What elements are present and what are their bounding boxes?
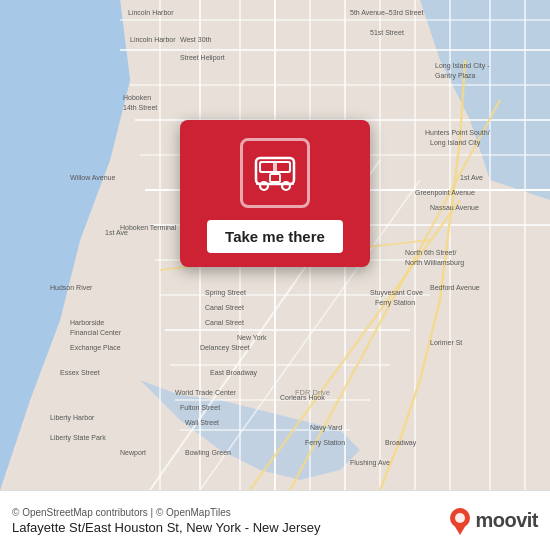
svg-text:Gantry Plaza: Gantry Plaza xyxy=(435,72,476,80)
svg-text:Hunters Point South/: Hunters Point South/ xyxy=(425,129,490,136)
svg-text:Exchange Place: Exchange Place xyxy=(70,344,121,352)
svg-text:Canal Street: Canal Street xyxy=(205,304,244,311)
svg-text:Hudson River: Hudson River xyxy=(50,284,93,291)
svg-text:West 30th: West 30th xyxy=(180,36,211,43)
bus-icon xyxy=(250,148,300,198)
svg-marker-92 xyxy=(454,525,466,535)
svg-text:North 6th Street/: North 6th Street/ xyxy=(405,249,456,256)
svg-text:Newport: Newport xyxy=(120,449,146,457)
svg-text:FDR Drive: FDR Drive xyxy=(295,388,330,397)
svg-text:Wall Street: Wall Street xyxy=(185,419,219,426)
svg-text:Navy Yard: Navy Yard xyxy=(310,424,342,432)
svg-text:Lorimer St: Lorimer St xyxy=(430,339,462,346)
svg-text:New York: New York xyxy=(237,334,267,341)
svg-text:Liberty State Park: Liberty State Park xyxy=(50,434,106,442)
svg-text:Ferry Station: Ferry Station xyxy=(375,299,415,307)
svg-text:World Trade Center: World Trade Center xyxy=(175,389,237,396)
moovit-pin-icon xyxy=(449,507,471,535)
svg-text:Greenpoint Avenue: Greenpoint Avenue xyxy=(415,189,475,197)
svg-text:Lincoln Harbor: Lincoln Harbor xyxy=(128,9,174,16)
bus-icon-wrapper xyxy=(240,138,310,208)
map-area: Lincoln Harbor Lincoln Harbor West 30th … xyxy=(0,0,550,490)
take-me-there-button[interactable]: Take me there xyxy=(207,220,343,253)
svg-text:Spring Street: Spring Street xyxy=(205,289,246,297)
action-card: Take me there xyxy=(180,120,370,267)
svg-rect-87 xyxy=(270,174,280,182)
svg-text:51st Street: 51st Street xyxy=(370,29,404,36)
svg-text:Flushing Ave: Flushing Ave xyxy=(350,459,390,467)
svg-text:14th Street: 14th Street xyxy=(123,104,157,111)
footer-left: © OpenStreetMap contributors | © OpenMap… xyxy=(12,507,321,535)
svg-rect-84 xyxy=(260,162,290,172)
svg-text:North Williamsburg: North Williamsburg xyxy=(405,259,464,267)
svg-text:5th Avenue–53rd Street: 5th Avenue–53rd Street xyxy=(350,9,423,16)
svg-text:Broadway: Broadway xyxy=(385,439,417,447)
svg-text:Harborside: Harborside xyxy=(70,319,104,326)
footer: © OpenStreetMap contributors | © OpenMap… xyxy=(0,490,550,550)
moovit-logo: moovit xyxy=(449,507,538,535)
location-text: Lafayette St/East Houston St, New York -… xyxy=(12,520,321,535)
svg-text:Street Heliport: Street Heliport xyxy=(180,54,225,62)
svg-text:Long Island City -: Long Island City - xyxy=(435,62,490,70)
svg-text:Hoboken: Hoboken xyxy=(123,94,151,101)
svg-text:Ferry Station: Ferry Station xyxy=(305,439,345,447)
svg-text:East Broadway: East Broadway xyxy=(210,369,258,377)
svg-text:Long Island City: Long Island City xyxy=(430,139,481,147)
svg-rect-85 xyxy=(260,162,274,172)
svg-text:Essex Street: Essex Street xyxy=(60,369,100,376)
svg-text:1st Ave: 1st Ave xyxy=(105,229,128,236)
app-container: Lincoln Harbor Lincoln Harbor West 30th … xyxy=(0,0,550,550)
svg-text:Lincoln Harbor: Lincoln Harbor xyxy=(130,36,176,43)
svg-point-93 xyxy=(455,513,465,523)
svg-text:Delancey Street: Delancey Street xyxy=(200,344,250,352)
svg-text:Fulton Street: Fulton Street xyxy=(180,404,220,411)
svg-rect-86 xyxy=(276,162,290,172)
svg-text:Bedford Avenue: Bedford Avenue xyxy=(430,284,480,291)
svg-text:Bowling Green: Bowling Green xyxy=(185,449,231,457)
svg-text:Liberty Harbor: Liberty Harbor xyxy=(50,414,95,422)
svg-text:Canal Street: Canal Street xyxy=(205,319,244,326)
svg-text:Nassau Avenue: Nassau Avenue xyxy=(430,204,479,211)
moovit-brand-text: moovit xyxy=(475,509,538,532)
svg-text:1st Ave: 1st Ave xyxy=(460,174,483,181)
attribution-text: © OpenStreetMap contributors | © OpenMap… xyxy=(12,507,321,518)
svg-text:Financial Center: Financial Center xyxy=(70,329,122,336)
svg-text:Hoboken Terminal: Hoboken Terminal xyxy=(120,224,177,231)
svg-text:Stuyvesant Cove: Stuyvesant Cove xyxy=(370,289,423,297)
svg-text:Willow Avenue: Willow Avenue xyxy=(70,174,116,181)
